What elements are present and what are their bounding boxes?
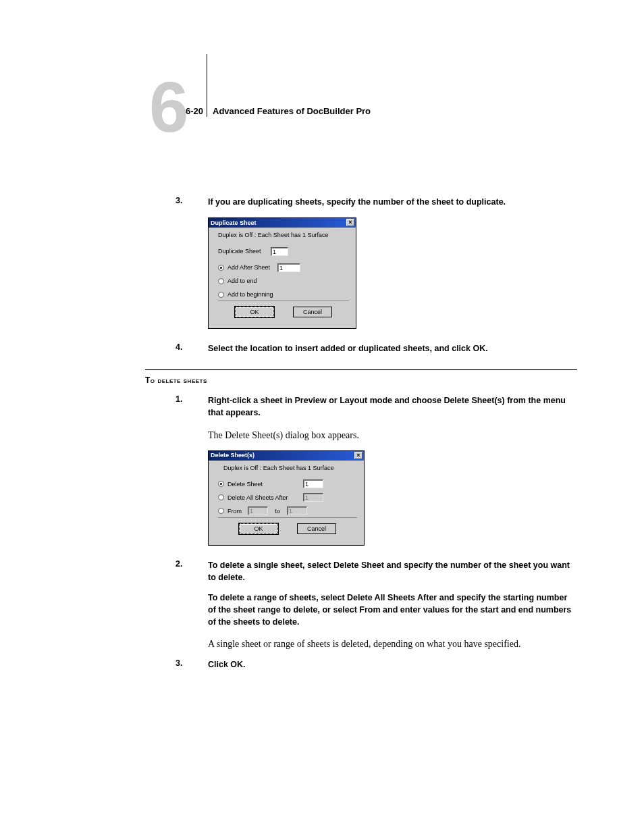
subheading-delete-sheets: To delete sheets [145,375,577,385]
add-after-sheet-input[interactable]: 1 [277,263,300,272]
page-header: 6 6-20 Advanced Features of DocBuilder P… [145,54,577,108]
delete-body-text-1: The Delete Sheet(s) dialog box appears. [188,429,577,442]
section-rule [145,369,577,370]
ok-button[interactable]: OK [239,523,278,534]
cancel-button[interactable]: Cancel [297,523,336,534]
radio-add-after-sheet[interactable] [218,265,224,271]
radio-delete-sheet[interactable] [218,481,224,487]
step-number: 4. [176,342,182,352]
duplicate-sheet-input[interactable]: 1 [271,247,288,256]
chapter-watermark: 6 [149,81,186,134]
from-label: From [227,508,248,515]
radio-add-to-beginning[interactable] [218,292,224,298]
step-text: Select the location to insert added or d… [188,342,577,355]
dialog-title: Duplicate Sheet [211,219,257,226]
duplex-status: Duplex is Off : Each Sheet has 1 Surface [218,465,357,471]
delete-step-1: 1. Right-click a sheet in Preview or Lay… [188,394,577,419]
close-icon[interactable]: × [354,452,363,459]
step-number: 2. [176,559,182,569]
step-text-p1: To delete a single sheet, select Delete … [188,559,577,583]
step-4: 4. Select the location to insert added o… [188,342,577,355]
dialog-title: Delete Sheet(s) [211,452,254,459]
delete-step-3: 3. Click OK. [188,658,577,671]
duplex-status: Duplex is Off : Each Sheet has 1 Surface [218,232,349,238]
step-text: Click OK. [188,658,577,671]
delete-step-2: 2. To delete a single sheet, select Dele… [188,559,577,629]
add-to-beginning-label: Add to beginning [227,291,273,298]
radio-from[interactable] [218,508,224,514]
to-label: to [268,508,287,515]
cancel-button[interactable]: Cancel [293,307,332,317]
duplicate-sheet-dialog: Duplicate Sheet × Duplex is Off : Each S… [208,217,356,329]
delete-sheet-input[interactable]: 1 [303,479,323,488]
step-text-p2: To delete a range of sheets, select Dele… [188,592,577,628]
step-number: 3. [176,196,182,205]
delete-all-after-input[interactable]: 1 [303,493,323,502]
dialog-titlebar: Delete Sheet(s) × [209,451,364,461]
to-input[interactable]: 1 [287,506,307,515]
add-to-end-label: Add to end [227,278,257,284]
radio-delete-all-after[interactable] [218,494,224,500]
duplicate-sheet-label: Duplicate Sheet [218,248,271,255]
dialog-titlebar: Duplicate Sheet × [209,218,356,228]
delete-sheet-label: Delete Sheet [227,481,303,488]
close-icon[interactable]: × [346,219,354,226]
add-after-sheet-label: Add After Sheet [227,264,277,271]
delete-all-after-label: Delete All Sheets After [227,494,303,501]
step-number: 1. [176,394,182,404]
page-number: 6-20 [186,106,203,116]
from-input[interactable]: 1 [248,506,268,515]
step-number: 3. [176,658,182,668]
step-text: Right-click a sheet in Preview or Layout… [188,394,577,419]
ok-button[interactable]: OK [235,307,274,317]
delete-body-text-2: A single sheet or range of sheets is del… [188,637,577,651]
step-3: 3. If you are duplicating sheets, specif… [188,196,577,208]
delete-sheets-dialog: Delete Sheet(s) × Duplex is Off : Each S… [208,450,365,546]
section-title: Advanced Features of DocBuilder Pro [213,106,371,116]
header-divider [207,54,207,117]
radio-add-to-end[interactable] [218,278,224,284]
step-text: If you are duplicating sheets, specify t… [188,196,577,208]
